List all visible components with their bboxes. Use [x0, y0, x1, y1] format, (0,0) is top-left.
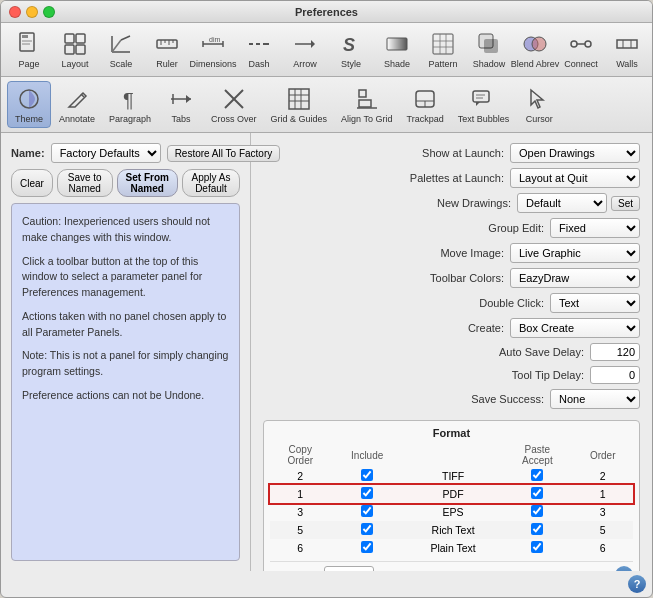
- toolbar2-item-trackpad[interactable]: Trackpad: [400, 82, 449, 127]
- paste-accept-cell: [502, 467, 572, 485]
- tool-tip-label: Tool Tip Delay:: [474, 369, 584, 381]
- include-checkbox-eps[interactable]: [361, 505, 373, 517]
- apply-as-default-button[interactable]: Apply As Default: [182, 169, 240, 197]
- paragraph-icon: ¶: [116, 85, 144, 113]
- paste-accept-cell-rich: [502, 521, 572, 539]
- page-label: Page: [18, 59, 39, 69]
- layout-icon: [61, 30, 89, 58]
- toolbar-item-walls[interactable]: Walls: [605, 27, 649, 72]
- window-controls: [9, 6, 55, 18]
- paste-accept-checkbox-rich[interactable]: [531, 523, 543, 535]
- grid-label: Grid & Guides: [271, 114, 328, 124]
- tool-tip-row: Tool Tip Delay:: [263, 366, 640, 384]
- svg-rect-28: [433, 34, 453, 54]
- toolbar-item-dimensions[interactable]: dim Dimensions: [191, 27, 235, 72]
- include-checkbox-plain[interactable]: [361, 541, 373, 553]
- save-to-named-button[interactable]: Save to Named: [57, 169, 113, 197]
- paste-accept-checkbox-eps[interactable]: [531, 505, 543, 517]
- include-cell-plain: [331, 539, 404, 557]
- format-label-cell-pdf: PDF: [404, 485, 502, 503]
- new-drawings-label: New Drawings:: [401, 197, 511, 209]
- connect-icon: [567, 30, 595, 58]
- toolbar-item-pattern[interactable]: Pattern: [421, 27, 465, 72]
- right-panel: Show at Launch: Open Drawings Palettes a…: [251, 133, 652, 571]
- include-checkbox-rich[interactable]: [361, 523, 373, 535]
- name-select[interactable]: Factory Defaults: [51, 143, 161, 163]
- grid-icon: [285, 85, 313, 113]
- toolbar2-item-crossover[interactable]: Cross Over: [205, 82, 263, 127]
- toolbar2-item-paragraph[interactable]: ¶ Paragraph: [103, 82, 157, 127]
- minimize-button[interactable]: [26, 6, 38, 18]
- move-image-select[interactable]: Live Graphic: [510, 243, 640, 263]
- format-label-header: [404, 443, 502, 467]
- textbubbles-icon: [469, 85, 497, 113]
- set-from-named-button[interactable]: Set From Named: [117, 169, 178, 197]
- format-table: CopyOrder Include PasteAccept Order 2 TI…: [270, 443, 633, 557]
- palettes-select[interactable]: Layout at Quit: [510, 168, 640, 188]
- help-button[interactable]: ?: [628, 575, 646, 593]
- toolbar2-item-grid[interactable]: Grid & Guides: [265, 82, 334, 127]
- new-drawings-select[interactable]: Default: [517, 193, 607, 213]
- auto-save-input[interactable]: [590, 343, 640, 361]
- action-buttons-row: Clear Save to Named Set From Named Apply…: [11, 169, 240, 197]
- format-label-cell-eps: EPS: [404, 503, 502, 521]
- blend-label: Blend Abrev: [511, 59, 560, 69]
- align-label: Align To Grid: [341, 114, 392, 124]
- paste-accept-checkbox-plain[interactable]: [531, 541, 543, 553]
- auto-save-row: Auto Save Delay:: [263, 343, 640, 361]
- toolbar-colors-row: Toolbar Colors: EazyDraw: [263, 268, 640, 288]
- svg-text:S: S: [343, 35, 355, 55]
- toolbar-item-shade[interactable]: Shade: [375, 27, 419, 72]
- svg-marker-65: [476, 102, 480, 106]
- toolbar-item-shadow[interactable]: Shadow: [467, 27, 511, 72]
- toolbar-row1: Page Layout Scale Ruler dim Dimensions: [1, 23, 652, 77]
- svg-rect-6: [65, 45, 74, 54]
- paste-accept-checkbox-pdf[interactable]: [531, 487, 543, 499]
- toolbar-item-page[interactable]: Page: [7, 27, 51, 72]
- toolbar-colors-select[interactable]: EazyDraw: [510, 268, 640, 288]
- page-icon: [15, 30, 43, 58]
- toolbar-item-style[interactable]: S Style: [329, 27, 373, 72]
- double-click-select[interactable]: Text: [550, 293, 640, 313]
- include-checkbox[interactable]: [361, 469, 373, 481]
- close-button[interactable]: [9, 6, 21, 18]
- show-at-launch-label: Show at Launch:: [394, 147, 504, 159]
- svg-marker-25: [311, 40, 315, 48]
- scale-label: Scale: [110, 59, 133, 69]
- walls-icon: [613, 30, 641, 58]
- toolbar2-item-theme[interactable]: Theme: [7, 81, 51, 128]
- toolbar2-item-align[interactable]: Align To Grid: [335, 82, 398, 127]
- scale-icon: [107, 30, 135, 58]
- clear-button[interactable]: Clear: [11, 169, 53, 197]
- include-checkbox-pdf[interactable]: [361, 487, 373, 499]
- group-edit-row: Group Edit: Fixed: [263, 218, 640, 238]
- svg-line-10: [112, 40, 121, 52]
- create-select[interactable]: Box Create: [510, 318, 640, 338]
- toolbar-item-dash[interactable]: Dash: [237, 27, 281, 72]
- toolbar-item-arrow[interactable]: Arrow: [283, 27, 327, 72]
- copy-order-cell-pdf: 1: [270, 485, 331, 503]
- maximize-button[interactable]: [43, 6, 55, 18]
- tool-tip-input[interactable]: [590, 366, 640, 384]
- toolbar2-item-cursor[interactable]: Cursor: [517, 82, 561, 127]
- connect-label: Connect: [564, 59, 598, 69]
- toolbar-item-blend[interactable]: Blend Abrev: [513, 27, 557, 72]
- toolbar-item-connect[interactable]: Connect: [559, 27, 603, 72]
- toolbar2-item-textbubbles[interactable]: Text Bubbles: [452, 82, 516, 127]
- toolbar2-item-annotate[interactable]: Annotate: [53, 82, 101, 127]
- group-edit-select[interactable]: Fixed: [550, 218, 640, 238]
- toolbar-item-layout[interactable]: Layout: [53, 27, 97, 72]
- save-success-select[interactable]: None: [550, 389, 640, 409]
- window-title: Preferences: [295, 6, 358, 18]
- dash-label: Dash: [248, 59, 269, 69]
- svg-rect-64: [473, 91, 489, 102]
- new-drawings-set-button[interactable]: Set: [611, 196, 640, 211]
- toolbar-item-scale[interactable]: Scale: [99, 27, 143, 72]
- svg-point-38: [585, 41, 591, 47]
- paste-accept-checkbox[interactable]: [531, 469, 543, 481]
- arrow-icon: [291, 30, 319, 58]
- toolbar-item-ruler[interactable]: Ruler: [145, 27, 189, 72]
- toolbar2-item-tabs[interactable]: Tabs: [159, 82, 203, 127]
- show-at-launch-select[interactable]: Open Drawings: [510, 143, 640, 163]
- table-row-pdf: 1 PDF 1: [270, 485, 633, 503]
